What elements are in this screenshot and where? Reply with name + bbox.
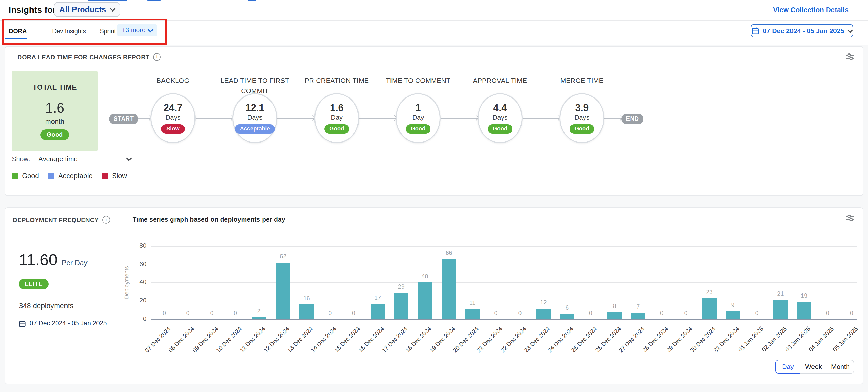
x-axis-tick: 01 Jan 2025 bbox=[716, 326, 764, 373]
x-axis-tick: 20 Dec 2024 bbox=[432, 326, 480, 373]
bar-value-label: 17 bbox=[367, 295, 389, 301]
stage-value: 4.4 bbox=[493, 102, 507, 113]
total-time-unit: month bbox=[45, 118, 64, 125]
date-range-label: 07 Dec 2024 - 05 Jan 2025 bbox=[763, 27, 844, 34]
deployment-bar bbox=[394, 293, 408, 319]
bar-value-label: 0 bbox=[485, 310, 507, 316]
lead-time-card: DORA LEAD TIME FOR CHANGES REPORT TOTAL … bbox=[5, 46, 863, 196]
bar-value-label: 0 bbox=[746, 310, 768, 316]
bar-value-label: 11 bbox=[461, 300, 484, 306]
stage-node[interactable]: 3.9DaysGood bbox=[559, 93, 604, 143]
deployment-bar bbox=[773, 300, 788, 319]
x-axis-tick: 26 Dec 2024 bbox=[574, 326, 622, 373]
stage-name: APPROVAL TIME bbox=[454, 76, 546, 86]
calendar-icon bbox=[752, 27, 759, 34]
show-value: Average time bbox=[38, 155, 78, 162]
x-axis-tick: 15 Dec 2024 bbox=[313, 326, 361, 373]
stage-node[interactable]: 12.1DaysAcceptable bbox=[232, 93, 277, 143]
date-range-picker[interactable]: 07 Dec 2024 - 05 Jan 2025 bbox=[751, 24, 853, 37]
stage-unit: Day bbox=[412, 113, 424, 121]
performance-tier-badge: ELITE bbox=[19, 279, 49, 289]
bar-value-label: 0 bbox=[200, 310, 223, 316]
flow-connector-arrow bbox=[604, 118, 621, 118]
bar-value-label: 19 bbox=[793, 293, 815, 299]
stage-name: MERGE TIME bbox=[536, 76, 628, 86]
x-axis-tick: 30 Dec 2024 bbox=[669, 326, 717, 373]
stage-value: 1 bbox=[415, 102, 421, 113]
x-axis-tick: 27 Dec 2024 bbox=[598, 326, 646, 373]
flow-connector-arrow bbox=[441, 118, 477, 118]
granularity-week-button[interactable]: Week bbox=[800, 360, 827, 373]
deployment-bar bbox=[417, 282, 432, 319]
info-icon[interactable] bbox=[153, 53, 161, 61]
deployment-bar bbox=[726, 311, 740, 319]
product-selector-label: All Products bbox=[59, 5, 106, 14]
deployment-card-title: DEPLOYMENT FREQUENCY bbox=[13, 216, 110, 223]
granularity-month-button[interactable]: Month bbox=[827, 360, 854, 373]
deployment-date-range-label: 07 Dec 2024 - 05 Jan 2025 bbox=[30, 320, 107, 327]
bar-value-label: 40 bbox=[413, 273, 436, 279]
bar-value-label: 21 bbox=[769, 291, 792, 297]
settings-sliders-icon[interactable] bbox=[846, 214, 854, 223]
gridline bbox=[151, 301, 857, 301]
total-time-status-badge: Good bbox=[41, 129, 69, 140]
stage-node[interactable]: 1.6DayGood bbox=[314, 93, 359, 143]
tab-dev-insights[interactable]: Dev Insights bbox=[52, 28, 86, 35]
gridline bbox=[151, 282, 857, 283]
stage-unit: Days bbox=[247, 113, 262, 121]
x-axis-tick: 14 Dec 2024 bbox=[290, 326, 338, 373]
stage-status-badge: Good bbox=[324, 124, 349, 134]
x-axis-tick: 11 Dec 2024 bbox=[219, 326, 267, 373]
bar-value-label: 0 bbox=[177, 310, 199, 316]
x-axis-tick: 22 Dec 2024 bbox=[479, 326, 527, 373]
lead-time-card-title: DORA LEAD TIME FOR CHANGES REPORT bbox=[18, 53, 161, 61]
tab-dora[interactable]: DORA bbox=[9, 28, 27, 35]
chevron-down-icon bbox=[847, 27, 853, 33]
x-axis-tick: 19 Dec 2024 bbox=[408, 326, 456, 373]
legend-item-good: Good bbox=[12, 172, 39, 180]
show-metric-dropdown[interactable]: Show: Average time bbox=[12, 154, 131, 163]
bar-value-label: 66 bbox=[438, 250, 460, 256]
product-selector-dropdown[interactable]: All Products bbox=[54, 2, 121, 17]
view-collection-details-link[interactable]: View Collection Details bbox=[773, 6, 848, 14]
flow-connector-arrow bbox=[195, 118, 232, 118]
info-icon[interactable] bbox=[102, 216, 110, 223]
bar-value-label: 16 bbox=[295, 295, 318, 301]
deployment-rate: 11.60 Per Day bbox=[19, 251, 88, 269]
settings-sliders-icon[interactable] bbox=[846, 53, 854, 62]
deployment-total: 348 deployments bbox=[19, 301, 73, 310]
x-axis-tick: 13 Dec 2024 bbox=[266, 326, 314, 373]
stage-value: 12.1 bbox=[245, 102, 264, 113]
total-time-value: 1.6 bbox=[45, 100, 64, 116]
x-axis-tick: 28 Dec 2024 bbox=[621, 326, 669, 373]
granularity-day-button[interactable]: Day bbox=[775, 360, 801, 373]
clipped-link-fragment bbox=[147, 0, 161, 1]
deployment-rate-value: 11.60 bbox=[19, 251, 58, 269]
stage-node[interactable]: 1DayGood bbox=[396, 93, 441, 143]
x-axis-tick: 25 Dec 2024 bbox=[550, 326, 598, 373]
stage-node[interactable]: 24.7DaysSlow bbox=[151, 93, 195, 143]
x-axis-tick: 12 Dec 2024 bbox=[243, 326, 290, 373]
bar-value-label: 0 bbox=[509, 310, 531, 316]
stage-unit: Days bbox=[492, 113, 507, 121]
more-tabs-dropdown[interactable]: +3 more bbox=[117, 24, 157, 36]
x-axis-tick: 17 Dec 2024 bbox=[361, 326, 409, 373]
x-axis-tick: 16 Dec 2024 bbox=[337, 326, 385, 373]
gridline bbox=[151, 265, 857, 265]
bar-value-label: 12 bbox=[532, 299, 555, 305]
x-axis-tick: 10 Dec 2024 bbox=[195, 326, 243, 373]
stage-node[interactable]: 4.4DaysGood bbox=[477, 93, 523, 143]
bar-value-label: 0 bbox=[650, 310, 673, 316]
deployment-bar bbox=[536, 309, 551, 319]
stage-status-badge: Good bbox=[569, 124, 594, 134]
legend-label-slow: Slow bbox=[112, 172, 127, 180]
deployment-bar bbox=[608, 312, 622, 319]
x-axis-tick: 07 Dec 2024 bbox=[124, 326, 172, 373]
legend-swatch-acceptable bbox=[48, 173, 54, 179]
x-axis-tick: 18 Dec 2024 bbox=[384, 326, 432, 373]
bar-value-label: 6 bbox=[556, 304, 578, 311]
page-title: Insights for bbox=[9, 5, 56, 16]
legend-item-acceptable: Acceptable bbox=[48, 172, 93, 180]
total-time-label: TOTAL TIME bbox=[33, 83, 77, 91]
deployment-bar bbox=[300, 304, 314, 319]
